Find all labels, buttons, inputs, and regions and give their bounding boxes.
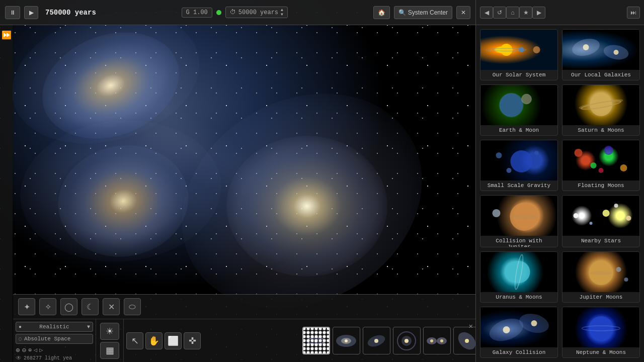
speed-value: 1.00 (193, 9, 208, 16)
scenarios-grid: Our Solar System Our Local Galaxies Eart… (476, 25, 644, 362)
step-up-btn[interactable]: ▲ (281, 8, 283, 12)
play-button[interactable]: ▶ (24, 6, 38, 19)
tool-row-1: ✦ ✧ ◯ ☾ ✕ ⬭ (13, 295, 475, 319)
zoom-eye-btn[interactable]: 👁 (16, 354, 22, 362)
scenario-card-saturn-moons[interactable]: Saturn & Moons (562, 84, 640, 136)
location-search-button[interactable]: 🔍 System Center (394, 6, 452, 19)
nav-home-btn[interactable]: ⌂ (506, 7, 519, 19)
absolute-space-label: Absolute Space (24, 336, 70, 342)
tool-remove-btn[interactable]: ✕ (103, 298, 120, 315)
svg-point-61 (616, 267, 621, 272)
svg-point-48 (599, 168, 604, 173)
cursor-select-btn[interactable]: ⬜ (165, 332, 182, 349)
svg-point-24 (501, 44, 513, 56)
nav-star-btn[interactable]: ★ (519, 7, 532, 19)
time-display: 750000 years (45, 9, 96, 17)
cursor-hand-btn[interactable]: ✋ (145, 332, 163, 349)
track-forward-btn[interactable]: ▷ (39, 346, 43, 354)
zoom-row-1: ⊕ ⊖ ⊕ ◁ ▷ (16, 346, 93, 354)
svg-point-53 (603, 210, 610, 217)
bars-viz-btn[interactable]: ▦ (100, 342, 119, 359)
close-presets-btn[interactable]: ✕ (469, 322, 473, 330)
preset-thumb-0[interactable] (302, 327, 330, 354)
scenario-card-small-scale-gravity[interactable]: Small Scale Gravity (480, 140, 558, 191)
scenario-label-collision-jupiter: Collision with Jupiter (480, 236, 557, 247)
scenario-card-our-local-galaxies[interactable]: Our Local Galaxies (562, 29, 640, 80)
cursor-add-btn[interactable]: ✜ (184, 332, 201, 349)
zoom-out-btn[interactable]: ⊖ (22, 346, 26, 354)
scenario-thumb-saturn-moons (562, 85, 639, 125)
search-icon: 🔍 (398, 9, 406, 16)
speed-badge: G 1.00 (182, 8, 212, 18)
step-value: 50000 years (238, 9, 278, 16)
scenario-card-nearby-stars[interactable]: Nearby Stars (562, 195, 640, 247)
scenario-thumb-earth-moon (480, 85, 557, 125)
tool-galaxy-btn[interactable]: ✦ (18, 298, 35, 315)
scenario-thumb-our-solar-system (480, 30, 557, 70)
svg-point-54 (626, 216, 631, 221)
fast-forward-icon[interactable]: ⏩ (2, 30, 12, 40)
sun-viz-btn[interactable]: ☀ (100, 323, 119, 340)
svg-point-51 (493, 209, 501, 217)
scenario-card-uranus-moons[interactable]: Uranus & Moons (480, 251, 558, 303)
dropdown-icon: ▼ (87, 324, 90, 330)
svg-point-10 (405, 339, 409, 343)
svg-point-60 (590, 271, 612, 275)
scenario-label-earth-moon: Earth & Moon (480, 125, 557, 135)
scenario-label-our-local-galaxies: Our Local Galaxies (562, 70, 639, 80)
tool-moon-btn[interactable]: ☾ (82, 298, 99, 315)
zoom-in-btn[interactable]: ⊕ (16, 346, 20, 354)
pause-icon: ⏸ (10, 9, 16, 16)
preset-thumb-2[interactable] (363, 327, 390, 354)
main-viewport[interactable]: ⏸ ▶ 750000 years G 1.00 ⏱ 50000 years ▲ … (0, 0, 475, 362)
svg-point-47 (620, 164, 627, 171)
svg-point-64 (503, 326, 510, 333)
galaxy-presets-strip: ✕ (300, 319, 476, 362)
tool-ellipse-btn[interactable]: ⬭ (124, 298, 141, 315)
track-back-btn[interactable]: ◁ (34, 346, 37, 354)
svg-point-28 (533, 46, 540, 53)
nav-right-btn[interactable]: ▶ (532, 7, 545, 19)
preset-thumb-5[interactable] (453, 327, 476, 354)
svg-point-38 (590, 94, 612, 116)
pause-button[interactable]: ⏸ (5, 6, 20, 19)
nav-fast-right-btn[interactable]: ⏭ (627, 7, 640, 19)
preset-thumb-4[interactable] (423, 327, 451, 354)
svg-point-16 (465, 339, 469, 343)
scenario-card-neptune-moons[interactable]: Neptune & Moons (562, 307, 640, 358)
tool-planet-btn[interactable]: ◯ (60, 298, 77, 315)
simulation-mode-select[interactable]: ● Realistic ▼ (16, 322, 93, 332)
svg-point-13 (430, 339, 433, 342)
scenario-card-galaxy-collision[interactable]: Galaxy Collision (480, 307, 558, 358)
svg-point-41 (496, 152, 502, 158)
svg-point-43 (507, 168, 512, 173)
step-down-btn[interactable]: ▼ (281, 13, 283, 17)
nav-refresh-btn[interactable]: ↺ (493, 7, 506, 19)
step-arrows[interactable]: ▲ ▼ (281, 8, 283, 17)
viz-buttons: ☀ ▦ (96, 319, 124, 362)
zoom-track-btn[interactable]: ⊕ (28, 346, 32, 354)
play-icon: ▶ (29, 9, 34, 16)
preset-thumb-3[interactable] (393, 327, 421, 354)
nav-left-btn[interactable]: ◀ (480, 7, 493, 19)
svg-point-0 (314, 339, 317, 342)
scenario-card-collision-jupiter[interactable]: Collision with Jupiter (480, 195, 558, 247)
scenario-label-nearby-stars: Nearby Stars (562, 236, 639, 246)
location-close-button[interactable]: ✕ (456, 6, 470, 19)
cursor-arrow-btn[interactable]: ↖ (126, 332, 143, 349)
tool-star-btn[interactable]: ✧ (39, 298, 56, 315)
preset-thumb-1[interactable] (333, 327, 360, 354)
scenario-card-jupiter-moons[interactable]: Jupiter Moons (562, 251, 640, 303)
svg-point-66 (531, 320, 537, 326)
location-home-button[interactable]: 🏠 (373, 6, 390, 19)
scenario-card-earth-moon[interactable]: Earth & Moon (480, 84, 558, 136)
svg-point-68 (589, 316, 613, 340)
scenario-thumb-neptune-moons (562, 307, 639, 347)
absolute-space-select[interactable]: ◌ Absolute Space (16, 334, 93, 344)
scenario-card-floating-moons[interactable]: Floating Moons (562, 140, 640, 191)
scenario-card-our-solar-system[interactable]: Our Solar System (480, 29, 558, 80)
scenario-label-our-solar-system: Our Solar System (480, 70, 557, 80)
svg-point-42 (535, 151, 539, 155)
svg-point-34 (501, 94, 523, 116)
sim-dot: ● (19, 324, 22, 330)
